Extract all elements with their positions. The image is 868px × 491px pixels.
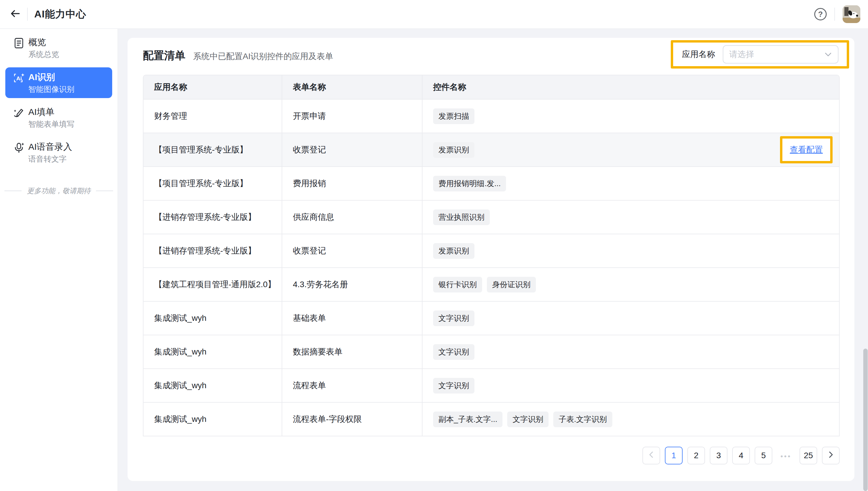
cell-form-name: 收票登记	[282, 234, 423, 267]
sidebar-item-overview[interactable]: 概览系统总览	[5, 32, 112, 63]
cell-form-name: 收票登记	[282, 133, 423, 166]
sidebar-item-title: AI语音录入	[28, 141, 108, 153]
arrow-left-icon	[9, 8, 21, 21]
cell-app-name: 【进销存管理系统-专业版】	[144, 201, 282, 234]
cell-widget-names: 文字识别	[423, 301, 839, 335]
cell-app-name: 集成测试_wyh	[144, 335, 282, 368]
main-content: 配置清单 系统中已配置AI识别控件的应用及表单 应用名称 请选择 应用名称 表单…	[118, 29, 868, 491]
cell-app-name: 集成测试_wyh	[144, 403, 282, 436]
table-row: 【进销存管理系统-专业版】供应商信息营业执照识别	[144, 200, 839, 234]
cell-app-name: 财务管理	[144, 99, 282, 133]
help-glyph: ?	[818, 10, 823, 19]
sidebar-item-ai-voice-input[interactable]: AI语音录入语音转文字	[5, 137, 112, 168]
sidebar-item-subtitle: 智能表单填写	[28, 119, 108, 129]
cell-widget-names: 发票识别查看配置	[423, 133, 839, 166]
table-row: 集成测试_wyh流程表单文字识别	[144, 368, 839, 402]
table-header-row: 应用名称 表单名称 控件名称	[144, 75, 839, 99]
sidebar-footer-note: 更多功能，敬请期待	[0, 186, 118, 196]
sidebar-item-ai-form-fill[interactable]: AI填单智能表单填写	[5, 102, 112, 133]
cell-form-name: 费用报销	[282, 167, 423, 200]
topbar-divider	[27, 8, 28, 21]
highlight-annotation-view-config: 查看配置	[780, 136, 833, 163]
ai-recognition-icon: Ai	[13, 72, 25, 84]
cell-form-name: 4.3.劳务花名册	[282, 268, 423, 301]
section-subtitle: 系统中已配置AI识别控件的应用及表单	[193, 51, 333, 62]
sidebar-item-subtitle: 语音转文字	[28, 154, 108, 164]
vertical-scrollbar-thumb[interactable]	[863, 349, 868, 491]
sidebar: 概览系统总览AiAI识别智能图像识别AI填单智能表单填写AI语音录入语音转文字 …	[0, 29, 118, 491]
sidebar-item-subtitle: 系统总览	[28, 49, 108, 60]
widget-tag: 银行卡识别	[433, 277, 482, 292]
app-name-select[interactable]: 请选择	[723, 45, 838, 63]
sidebar-item-subtitle: 智能图像识别	[28, 84, 108, 94]
help-icon[interactable]: ?	[814, 8, 827, 20]
column-header-widget-name: 控件名称	[423, 75, 839, 99]
sidebar-item-title: AI识别	[28, 71, 108, 83]
document-icon	[13, 37, 25, 49]
avatar[interactable]	[843, 5, 860, 23]
pagination-page-2[interactable]: 2	[687, 447, 705, 464]
cell-form-name: 流程表单-字段权限	[282, 403, 423, 436]
cell-form-name: 流程表单	[282, 369, 423, 402]
cell-widget-names: 发票识别	[423, 234, 839, 267]
pagination-page-5[interactable]: 5	[755, 447, 772, 464]
table-row: 【项目管理系统-专业版】费用报销费用报销明细.发...	[144, 166, 839, 200]
column-header-app-name: 应用名称	[144, 75, 282, 99]
pagination-next-button[interactable]	[822, 447, 840, 464]
cell-widget-names: 费用报销明细.发...	[423, 167, 839, 200]
table-row: 集成测试_wyh基础表单文字识别	[144, 301, 839, 335]
cell-widget-names: 银行卡识别身份证识别	[423, 268, 839, 301]
table-row: 集成测试_wyh流程表单-字段权限副本_子表.文字...文字识别子表.文字识别	[144, 402, 839, 436]
config-list-card: 配置清单 系统中已配置AI识别控件的应用及表单 应用名称 请选择 应用名称 表单…	[128, 38, 855, 481]
pagination-page-1[interactable]: 1	[665, 447, 683, 464]
cell-widget-names: 发票扫描	[423, 99, 839, 133]
cell-widget-names: 文字识别	[423, 369, 839, 402]
pagination-prev-button[interactable]	[643, 447, 660, 464]
table-row: 【项目管理系统-专业版】收票登记发票识别查看配置	[144, 133, 839, 166]
cell-app-name: 【进销存管理系统-专业版】	[144, 234, 282, 267]
sidebar-item-title: 概览	[28, 36, 108, 49]
table-row: 集成测试_wyh数据摘要表单文字识别	[144, 335, 839, 368]
widget-tag: 营业执照识别	[433, 209, 490, 225]
cell-widget-names: 副本_子表.文字...文字识别子表.文字识别	[423, 403, 839, 436]
cell-app-name: 【建筑工程项目管理-通用版2.0】	[144, 268, 282, 301]
cell-app-name: 集成测试_wyh	[144, 301, 282, 335]
cell-form-name: 供应商信息	[282, 201, 423, 234]
svg-text:Ai: Ai	[16, 75, 22, 82]
pagination: 12345•••25	[643, 447, 840, 464]
cell-form-name: 数据摘要表单	[282, 335, 423, 368]
table-row: 财务管理开票申请发票扫描	[144, 99, 839, 133]
pagination-page-4[interactable]: 4	[732, 447, 750, 464]
widget-tag: 文字识别	[433, 311, 474, 326]
cell-widget-names: 文字识别	[423, 335, 839, 368]
pagination-ellipsis[interactable]: •••	[777, 447, 795, 464]
chevron-down-icon	[824, 51, 832, 58]
sidebar-item-ai-recognition[interactable]: AiAI识别智能图像识别	[5, 67, 112, 98]
cell-widget-names: 营业执照识别	[423, 201, 839, 234]
topbar: AI能力中心 ?	[0, 0, 868, 29]
widget-tag: 子表.文字识别	[553, 411, 612, 427]
microphone-icon	[13, 142, 25, 154]
page-title: AI能力中心	[34, 7, 86, 21]
view-config-link[interactable]: 查看配置	[790, 144, 823, 155]
widget-tag: 发票识别	[433, 142, 474, 158]
widget-tag: 发票扫描	[433, 109, 474, 124]
widget-tag: 发票识别	[433, 243, 474, 259]
section-title: 配置清单	[143, 49, 185, 63]
column-header-form-name: 表单名称	[282, 75, 423, 99]
avatar-illustration	[843, 5, 860, 23]
cell-form-name: 基础表单	[282, 301, 423, 335]
pagination-page-3[interactable]: 3	[710, 447, 727, 464]
back-button[interactable]	[6, 5, 24, 23]
highlight-annotation-filter: 应用名称 请选择	[671, 40, 849, 68]
cell-app-name: 集成测试_wyh	[144, 369, 282, 402]
widget-tag: 副本_子表.文字...	[433, 411, 502, 427]
topbar-divider	[834, 8, 835, 21]
widget-tag: 文字识别	[433, 378, 474, 394]
chevron-right-icon	[827, 451, 835, 461]
widget-tag: 身份证识别	[487, 277, 536, 292]
pen-icon	[13, 107, 25, 119]
cell-app-name: 【项目管理系统-专业版】	[144, 167, 282, 200]
select-placeholder: 请选择	[729, 49, 824, 60]
pagination-page-25[interactable]: 25	[800, 447, 817, 464]
